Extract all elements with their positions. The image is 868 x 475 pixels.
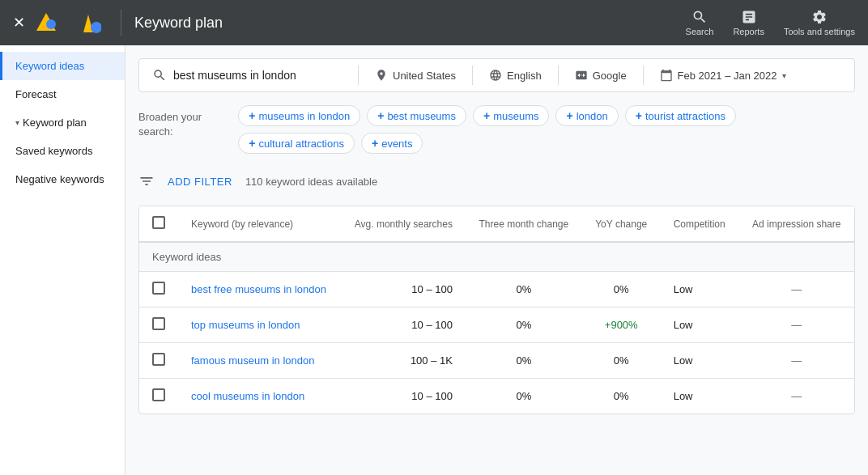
header-keyword[interactable]: Keyword (by relevance) (178, 206, 341, 242)
chip-plus-icon: + (636, 109, 642, 122)
row-checkbox-cell (139, 272, 178, 307)
sidebar-item-forecast[interactable]: Forecast (0, 80, 125, 108)
network-filter[interactable]: Google (565, 69, 636, 82)
chip-events[interactable]: + events (361, 133, 423, 154)
location-icon (375, 69, 388, 82)
nav-actions: Search Reports Tools and settings (686, 9, 855, 36)
broaden-chips: + museums in london + best museums + mus… (238, 105, 855, 154)
reports-nav-button[interactable]: Reports (733, 9, 764, 36)
keyword-link[interactable]: cool museums in london (191, 390, 304, 402)
search-icon (152, 68, 167, 83)
logo (35, 11, 62, 34)
chip-best-museums[interactable]: + best museums (367, 105, 466, 126)
keyword-link[interactable]: famous museum in london (191, 354, 314, 367)
header-yoy[interactable]: YoY change (582, 206, 661, 242)
sidebar-item-negative-keywords[interactable]: Negative keywords (0, 165, 125, 193)
date-range-filter[interactable]: Feb 2021 – Jan 2022 ▾ (650, 69, 796, 82)
competition-cell: Low (661, 272, 739, 307)
three-month-cell: 0% (466, 379, 582, 414)
chip-plus-icon: + (377, 109, 384, 122)
ad-impression-cell: — (738, 343, 854, 379)
filter-icon (138, 173, 155, 189)
header-competition[interactable]: Competition (661, 206, 739, 242)
chip-plus-icon: + (566, 109, 572, 122)
keyword-cell: best free museums in london (178, 272, 341, 307)
ad-impression-cell: — (738, 379, 854, 414)
avg-monthly-cell: 10 – 100 (341, 379, 466, 414)
search-nav-button[interactable]: Search (686, 9, 714, 36)
table-row: best free museums in london 10 – 100 0% … (139, 272, 854, 307)
reports-nav-icon (741, 9, 757, 25)
svg-point-1 (46, 19, 56, 29)
ad-impression-cell: — (738, 272, 854, 307)
keyword-cell: cool museums in london (178, 379, 341, 414)
chip-tourist-attractions[interactable]: + tourist attractions (625, 105, 736, 126)
network-icon (575, 69, 588, 82)
header-ad-impression[interactable]: Ad impression share (738, 206, 854, 242)
yoy-cell: 0% (582, 343, 661, 379)
language-filter[interactable]: English (479, 69, 551, 82)
competition-cell: Low (661, 379, 739, 414)
ads-logo-icon (35, 11, 57, 34)
search-divider-4 (643, 66, 644, 85)
search-divider-2 (472, 66, 473, 85)
main-content: United States English Google Feb 2021 – … (126, 45, 868, 475)
table-row: famous museum in london 100 – 1K 0% 0% L… (139, 343, 854, 379)
sidebar-item-keyword-ideas[interactable]: Keyword ideas (0, 52, 125, 80)
row-checkbox[interactable] (152, 388, 165, 401)
sidebar-item-keyword-plan[interactable]: ▾ Keyword plan (0, 108, 125, 137)
nav-divider (121, 10, 121, 36)
search-divider (358, 66, 359, 85)
filter-bar: ADD FILTER 110 keyword ideas available (138, 167, 855, 196)
avg-monthly-cell: 100 – 1K (341, 343, 466, 379)
logo-container (75, 11, 101, 34)
competition-cell: Low (661, 343, 739, 379)
competition-cell: Low (661, 307, 739, 343)
header-three-month[interactable]: Three month change (466, 206, 582, 242)
chip-museums[interactable]: + museums (473, 105, 550, 126)
group-label: Keyword ideas (139, 242, 854, 272)
keyword-cell: top museums in london (178, 307, 341, 343)
yoy-cell: 0% (582, 379, 661, 414)
row-checkbox[interactable] (152, 317, 165, 330)
broaden-search-section: Broaden your search: + museums in london… (138, 105, 855, 154)
chip-plus-icon: + (249, 137, 255, 150)
avg-monthly-cell: 10 – 100 (341, 307, 466, 343)
chevron-down-icon: ▾ (15, 118, 19, 127)
language-icon (489, 69, 502, 82)
three-month-cell: 0% (466, 272, 582, 307)
row-checkbox[interactable] (152, 282, 165, 295)
keyword-cell: famous museum in london (178, 343, 341, 379)
header-avg-monthly[interactable]: Avg. monthly searches (341, 206, 466, 242)
search-divider-3 (558, 66, 559, 85)
row-checkbox-cell (139, 343, 178, 379)
sidebar-item-saved-keywords[interactable]: Saved keywords (0, 137, 125, 165)
google-ads-icon (75, 11, 101, 34)
yoy-cell: +900% (582, 307, 661, 343)
sidebar: Keyword ideas Forecast ▾ Keyword plan Sa… (0, 45, 126, 475)
three-month-cell: 0% (466, 343, 582, 379)
chip-museums-in-london[interactable]: + museums in london (238, 105, 360, 126)
select-all-checkbox[interactable] (152, 216, 165, 229)
broaden-label: Broaden your search: (138, 105, 228, 139)
chip-cultural-attractions[interactable]: + cultural attractions (238, 133, 355, 154)
search-input[interactable] (173, 69, 351, 82)
location-filter[interactable]: United States (365, 69, 466, 82)
search-nav-icon (691, 9, 708, 25)
chip-london[interactable]: + london (555, 105, 618, 126)
table-row: top museums in london 10 – 100 0% +900% … (139, 307, 854, 343)
group-label-row: Keyword ideas (139, 242, 854, 272)
date-dropdown-icon: ▾ (782, 71, 786, 80)
keyword-link[interactable]: top museums in london (191, 319, 300, 331)
keyword-link[interactable]: best free museums in london (191, 283, 326, 295)
row-checkbox[interactable] (152, 353, 165, 366)
chip-plus-icon: + (483, 109, 490, 122)
add-filter-button[interactable]: ADD FILTER (168, 176, 232, 188)
main-layout: Keyword ideas Forecast ▾ Keyword plan Sa… (0, 45, 868, 475)
chip-plus-icon: + (249, 109, 255, 122)
table-row: cool museums in london 10 – 100 0% 0% Lo… (139, 379, 854, 414)
chip-plus-icon: + (372, 137, 378, 150)
row-checkbox-cell (139, 379, 178, 414)
close-button[interactable]: ✕ (13, 14, 25, 32)
tools-nav-button[interactable]: Tools and settings (784, 9, 855, 36)
